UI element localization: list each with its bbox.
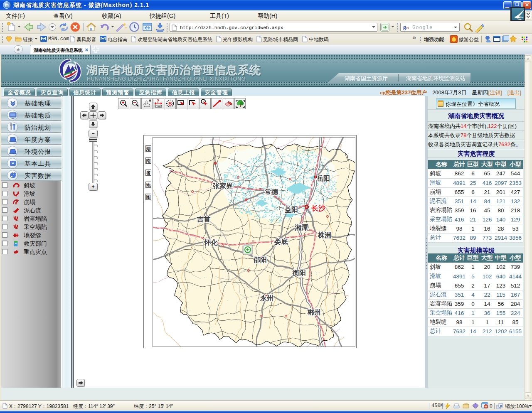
svg-text:娄底: 娄底 (274, 238, 288, 245)
svg-text:永州: 永州 (260, 294, 273, 302)
svg-text:常德: 常德 (265, 188, 278, 195)
svg-text:怀化: 怀化 (204, 239, 218, 246)
svg-text:吉首: 吉首 (197, 216, 210, 223)
svg-text:湘潭: 湘潭 (294, 224, 308, 231)
svg-text:郴州: 郴州 (307, 309, 321, 316)
svg-text:株洲: 株洲 (318, 231, 331, 238)
svg-text:?: ? (157, 99, 159, 103)
svg-text:岳阳: 岳阳 (317, 175, 330, 182)
svg-text:S: S (168, 101, 172, 107)
svg-text:张家界: 张家界 (212, 182, 233, 189)
svg-text:益阳: 益阳 (285, 206, 298, 213)
svg-text:衡阳: 衡阳 (292, 269, 306, 276)
svg-text:邵阳: 邵阳 (253, 256, 267, 263)
svg-text:长沙: 长沙 (311, 204, 326, 212)
